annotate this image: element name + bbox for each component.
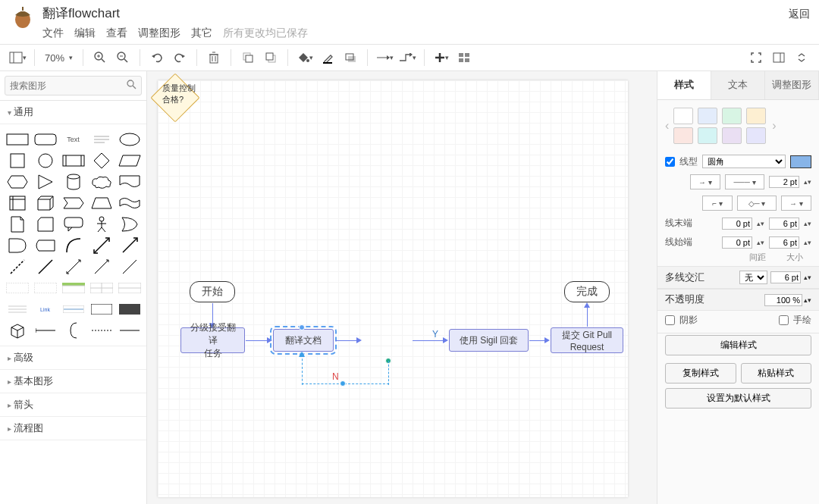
shape-process[interactable] bbox=[61, 152, 86, 170]
shape-diamond[interactable] bbox=[89, 152, 114, 170]
line-color-button[interactable] bbox=[318, 48, 337, 67]
start-size-input[interactable] bbox=[769, 236, 799, 249]
opacity-input[interactable] bbox=[764, 294, 802, 306]
swatch-white[interactable] bbox=[673, 108, 693, 124]
edit-style-button[interactable]: 编辑样式 bbox=[665, 335, 811, 355]
end-gap-input[interactable] bbox=[722, 218, 752, 230]
shape-step[interactable] bbox=[61, 194, 86, 212]
search-shapes-input[interactable] bbox=[5, 76, 142, 95]
node-git[interactable]: 提交 Git Pull Request bbox=[551, 327, 623, 353]
shape-curve[interactable] bbox=[61, 236, 86, 255]
shape-cylinder[interactable] bbox=[61, 173, 86, 191]
connector-style-select[interactable]: ⌐ ▾ bbox=[702, 196, 733, 211]
tab-style[interactable]: 样式 bbox=[657, 71, 711, 99]
marker-start-select[interactable]: ◇─ ▾ bbox=[737, 196, 777, 211]
document-title[interactable]: 翻译flowchart bbox=[42, 3, 308, 23]
tab-text[interactable]: 文本 bbox=[711, 71, 765, 99]
delete-button[interactable] bbox=[204, 48, 224, 67]
shadow-button[interactable] bbox=[340, 48, 360, 67]
node-start[interactable]: 开始 bbox=[190, 281, 235, 302]
shape-or[interactable] bbox=[117, 215, 142, 233]
view-mode-button[interactable]: ▾ bbox=[8, 48, 27, 67]
swatch-purple[interactable] bbox=[722, 127, 742, 144]
waypoint-button[interactable]: ▾ bbox=[397, 48, 417, 67]
copy-style-button[interactable]: 复制样式 bbox=[665, 363, 736, 383]
shape-text[interactable]: Text bbox=[61, 130, 86, 149]
shape-callout[interactable] bbox=[61, 215, 86, 233]
menu-arrange[interactable]: 调整图形 bbox=[138, 27, 180, 40]
shape-textbox[interactable] bbox=[89, 130, 114, 149]
swatch-green[interactable] bbox=[722, 108, 742, 124]
zoom-out-button[interactable] bbox=[113, 48, 133, 67]
end-size-input[interactable] bbox=[769, 218, 799, 230]
format-panel-button[interactable] bbox=[769, 48, 789, 67]
swatch-blue[interactable] bbox=[698, 108, 717, 124]
shape-and[interactable] bbox=[5, 236, 30, 255]
line-type-checkbox[interactable] bbox=[665, 157, 675, 167]
shape-list2[interactable] bbox=[61, 300, 86, 318]
shape-biarrow-thin[interactable] bbox=[61, 258, 86, 276]
shape-category-general[interactable]: 通用 bbox=[0, 101, 146, 124]
shape-biarrow[interactable] bbox=[89, 236, 114, 255]
undo-button[interactable] bbox=[147, 48, 167, 67]
stepper-icon[interactable]: ▴▾ bbox=[804, 178, 811, 186]
swatch-yellow[interactable] bbox=[746, 108, 766, 124]
shape-category-arrows[interactable]: 箭头 bbox=[0, 393, 146, 417]
shape-circle[interactable] bbox=[33, 152, 58, 170]
shape-rect[interactable] bbox=[5, 130, 30, 149]
shape-tpl1[interactable] bbox=[5, 279, 30, 297]
set-default-style-button[interactable]: 设置为默认样式 bbox=[665, 388, 811, 409]
menu-file[interactable]: 文件 bbox=[42, 27, 64, 40]
menu-view[interactable]: 查看 bbox=[106, 27, 127, 40]
shape-frame[interactable] bbox=[89, 300, 114, 318]
shadow-checkbox[interactable] bbox=[665, 315, 675, 325]
shape-triangle[interactable] bbox=[33, 173, 58, 191]
shape-document[interactable] bbox=[117, 173, 142, 191]
shape-category-advanced[interactable]: 高级 bbox=[0, 346, 146, 370]
table-button[interactable] bbox=[454, 48, 474, 67]
shape-internal-storage[interactable] bbox=[5, 194, 30, 212]
shape-parallelogram[interactable] bbox=[117, 152, 142, 170]
hand-drawn-checkbox[interactable] bbox=[779, 315, 789, 325]
palette-prev-icon[interactable]: ‹ bbox=[664, 119, 670, 133]
marker-end-select[interactable]: → ▾ bbox=[781, 196, 811, 211]
redo-button[interactable] bbox=[170, 48, 190, 67]
canvas[interactable]: 开始 完成 分级接受翻译 任务 翻译文档 质量控制 合格? Y bbox=[147, 71, 657, 504]
shape-actor[interactable] bbox=[89, 215, 114, 233]
connection-button[interactable]: ▾ bbox=[375, 48, 394, 67]
swatch-lavender[interactable] bbox=[746, 127, 766, 144]
zoom-in-button[interactable] bbox=[90, 48, 110, 67]
node-task[interactable]: 分级接受翻译 任务 bbox=[180, 327, 245, 353]
line-style-select[interactable]: ─── ▾ bbox=[725, 174, 764, 189]
swatch-orange[interactable] bbox=[673, 127, 693, 144]
shape-arrow[interactable] bbox=[117, 236, 142, 255]
to-back-button[interactable] bbox=[261, 48, 281, 67]
menu-extras[interactable]: 其它 bbox=[191, 27, 212, 40]
shape-cube[interactable] bbox=[33, 194, 58, 212]
shape-list1[interactable] bbox=[5, 300, 30, 318]
to-front-button[interactable] bbox=[238, 48, 258, 67]
shape-link[interactable]: Link bbox=[33, 300, 58, 318]
zoom-selector[interactable]: 70%▾ bbox=[42, 52, 76, 64]
drawing-page[interactable]: 开始 完成 分级接受翻译 任务 翻译文档 质量控制 合格? Y bbox=[158, 80, 628, 497]
paste-style-button[interactable]: 粘贴样式 bbox=[741, 363, 812, 383]
shape-line-thin[interactable] bbox=[117, 258, 142, 276]
node-translate[interactable]: 翻译文档 bbox=[273, 329, 334, 352]
line-color-swatch[interactable] bbox=[790, 155, 811, 168]
swatch-teal[interactable] bbox=[698, 127, 717, 144]
node-decision[interactable]: 质量控制 合格? bbox=[150, 73, 199, 122]
palette-next-icon[interactable]: › bbox=[770, 119, 777, 133]
shape-hr[interactable] bbox=[117, 321, 142, 340]
arrow-start-select[interactable]: → ▾ bbox=[690, 174, 720, 189]
shape-hdiv[interactable] bbox=[33, 321, 58, 340]
return-link[interactable]: 返回 bbox=[789, 3, 810, 44]
shape-card[interactable] bbox=[33, 215, 58, 233]
start-gap-input[interactable] bbox=[722, 236, 752, 249]
shape-tpl3[interactable] bbox=[61, 279, 86, 297]
shape-trapezoid[interactable] bbox=[89, 194, 114, 212]
fullscreen-button[interactable] bbox=[746, 48, 766, 67]
shape-roundrect[interactable] bbox=[33, 130, 58, 149]
shape-tpl4[interactable] bbox=[89, 279, 114, 297]
shape-tape[interactable] bbox=[117, 194, 142, 212]
shape-bracket[interactable] bbox=[61, 321, 86, 340]
